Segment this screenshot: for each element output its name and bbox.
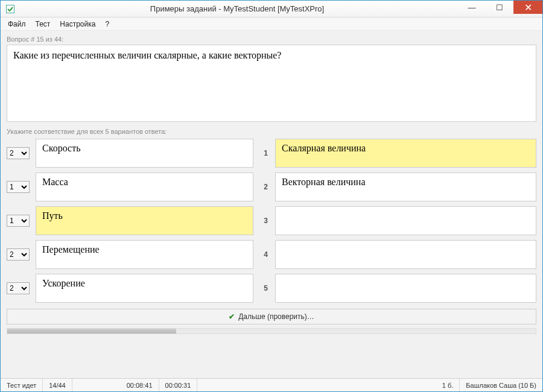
right-row	[275, 206, 536, 235]
left-card-3[interactable]: Путь	[36, 206, 253, 235]
answer-select-4[interactable]: 2	[7, 248, 30, 261]
app-window: Примеры заданий - MyTestStudent [MyTestX…	[0, 0, 543, 392]
left-row: 1 Путь 3	[7, 206, 268, 235]
content-area: Вопрос # 15 из 44: Какие из перечисленны…	[1, 31, 542, 378]
progress-bar	[7, 328, 536, 334]
left-card-4[interactable]: Перемещение	[36, 240, 253, 269]
answer-select-5[interactable]: 2	[7, 282, 30, 294]
window-controls: — ☐ ✕	[458, 1, 542, 17]
left-num-3: 3	[259, 217, 268, 225]
question-text: Какие из перечисленных величин скалярные…	[7, 45, 536, 122]
right-card-3[interactable]	[275, 206, 536, 235]
progress-fill	[7, 329, 176, 334]
menubar: Файл Тест Настройка ?	[1, 17, 542, 31]
menu-help[interactable]: ?	[101, 19, 113, 30]
status-position: 14/44	[43, 379, 72, 391]
window-title: Примеры заданий - MyTestStudent [MyTestX…	[16, 4, 458, 13]
minimize-button[interactable]: —	[458, 1, 486, 14]
left-num-4: 4	[259, 250, 268, 259]
left-row: 1 Масса 2	[7, 172, 268, 201]
left-num-5: 5	[259, 284, 268, 292]
proceed-button[interactable]: ✔ Дальше (проверить)…	[7, 309, 536, 324]
status-time-question: 00:00:31	[159, 379, 198, 391]
status-points: 1 б.	[436, 379, 460, 391]
check-icon: ✔	[229, 312, 235, 321]
matching-area: 2 Скорость 1 1 Масса 2 1 Путь 3 2 Переме…	[7, 139, 536, 303]
answer-select-1[interactable]: 2	[7, 147, 30, 159]
menu-settings[interactable]: Настройка	[56, 19, 99, 30]
svg-rect-0	[7, 5, 14, 13]
right-card-4[interactable]	[275, 240, 536, 269]
right-row	[275, 274, 536, 303]
answer-select-2[interactable]: 1	[7, 181, 30, 193]
menu-file[interactable]: Файл	[4, 19, 30, 30]
proceed-label: Дальше (проверить)…	[238, 312, 314, 321]
left-card-1[interactable]: Скорость	[36, 139, 253, 168]
right-card-5[interactable]	[275, 274, 536, 303]
left-row: 2 Перемещение 4	[7, 240, 268, 269]
status-time-elapsed: 00:08:41	[121, 379, 159, 391]
right-card-2[interactable]: Векторная величина	[275, 172, 536, 201]
left-column: 2 Скорость 1 1 Масса 2 1 Путь 3 2 Переме…	[7, 139, 268, 303]
left-card-5[interactable]: Ускорение	[36, 274, 253, 303]
left-num-2: 2	[259, 183, 268, 191]
close-button[interactable]: ✕	[513, 1, 542, 14]
right-card-1[interactable]: Скалярная величина	[275, 139, 536, 168]
right-row: Векторная величина	[275, 172, 536, 201]
right-row: Скалярная величина	[275, 139, 536, 168]
statusbar: Тест идет 14/44 00:08:41 00:00:31 1 б. Б…	[1, 378, 542, 391]
left-num-1: 1	[259, 149, 268, 157]
left-row: 2 Ускорение 5	[7, 274, 268, 303]
instruction-text: Укажите соответствие для всех 5 варианто…	[7, 128, 536, 135]
left-row: 2 Скорость 1	[7, 139, 268, 168]
answer-select-3[interactable]: 1	[7, 215, 30, 227]
left-card-2[interactable]: Масса	[36, 172, 253, 201]
right-column: Скалярная величина Векторная величина	[275, 139, 536, 303]
right-row	[275, 240, 536, 269]
maximize-button[interactable]: ☐	[486, 1, 513, 14]
menu-test[interactable]: Тест	[32, 19, 54, 30]
status-state: Тест идет	[1, 379, 43, 391]
question-counter: Вопрос # 15 из 44:	[7, 36, 536, 43]
status-user: Башлаков Саша (10 Б)	[460, 379, 542, 391]
titlebar: Примеры заданий - MyTestStudent [MyTestX…	[1, 1, 542, 17]
app-icon	[4, 3, 16, 15]
